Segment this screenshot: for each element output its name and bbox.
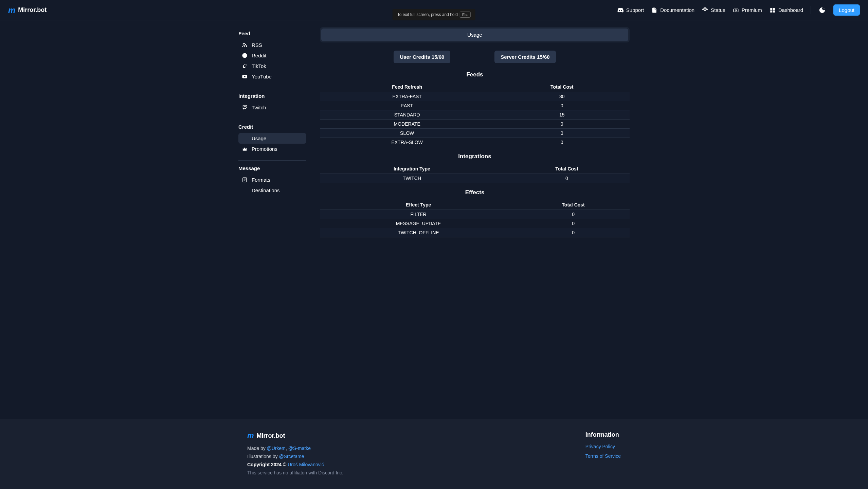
premium-icon — [733, 7, 739, 13]
table-header: Effect Type — [320, 200, 517, 210]
main-container: Feed RSS Reddit TikTok YouTube Integrati… — [230, 20, 638, 419]
table-row: SLOW0 — [320, 129, 630, 138]
data-table: Integration TypeTotal CostTWITCH0 — [320, 164, 630, 183]
header-brand[interactable]: m Mirror.bot — [8, 5, 47, 15]
youtube-icon — [242, 74, 248, 79]
dashboard-icon — [770, 7, 776, 13]
sidebar: Feed RSS Reddit TikTok YouTube Integrati… — [238, 27, 306, 405]
fullscreen-banner: To exit full screen, press and hold Esc — [393, 9, 475, 20]
destinations-icon — [242, 187, 248, 193]
table-row: STANDARD15 — [320, 110, 630, 120]
table-header: Total Cost — [494, 82, 630, 92]
table-row: TWITCH_OFFLINE0 — [320, 228, 630, 237]
sidebar-item-formats[interactable]: Formats — [238, 175, 306, 185]
footer-right: Information Privacy Policy Terms of Serv… — [585, 431, 621, 475]
table-row: FILTER0 — [320, 210, 630, 219]
footer-illustrations: Illustrations by @Srcetame — [247, 454, 343, 459]
data-table: Effect TypeTotal CostFILTER0MESSAGE_UPDA… — [320, 200, 630, 237]
footer-left: m Mirror.bot Made by @Urkem, @S-matke Il… — [247, 431, 343, 475]
table-row: EXTRA-SLOW0 — [320, 138, 630, 147]
footer-copyright: Copyright 2024 © Uroš Milovanović — [247, 462, 343, 467]
sidebar-item-usage[interactable]: Usage — [238, 133, 306, 144]
svg-point-10 — [242, 53, 247, 58]
tiktok-icon — [242, 63, 248, 69]
svg-point-7 — [822, 7, 822, 8]
esc-key: Esc — [460, 12, 471, 18]
reddit-icon — [242, 53, 248, 58]
svg-rect-6 — [773, 10, 775, 12]
footer-link-srcetame[interactable]: @Srcetame — [279, 454, 304, 459]
footer-disclaimer: This service has no affiliaton with Disc… — [247, 470, 343, 475]
sidebar-item-promotions[interactable]: Promotions — [238, 144, 306, 154]
table-header: Feed Refresh — [320, 82, 494, 92]
sidebar-item-youtube[interactable]: YouTube — [238, 71, 306, 82]
sidebar-item-rss[interactable]: RSS — [238, 40, 306, 50]
logo-icon: m — [247, 431, 253, 440]
header-nav: Support Documentation Status Premium Das… — [617, 4, 860, 16]
section-title: Feeds — [320, 71, 630, 78]
sidebar-item-tiktok[interactable]: TikTok — [238, 61, 306, 71]
footer-madeby: Made by @Urkem, @S-matke — [247, 446, 343, 451]
svg-rect-3 — [770, 8, 772, 10]
svg-point-0 — [704, 9, 706, 11]
content: Usage User Credits 15/60 Server Credits … — [320, 27, 630, 405]
footer: m Mirror.bot Made by @Urkem, @S-matke Il… — [0, 419, 868, 489]
footer-logo[interactable]: m Mirror.bot — [247, 431, 343, 440]
section-title: Effects — [320, 189, 630, 196]
svg-point-2 — [735, 10, 737, 11]
nav-status[interactable]: Status — [702, 7, 725, 13]
twitch-icon — [242, 105, 248, 110]
nav-support[interactable]: Support — [617, 7, 644, 13]
table-header: Total Cost — [517, 200, 630, 210]
footer-link-urkem[interactable]: @Urkem — [267, 446, 286, 451]
theme-icon — [818, 6, 826, 14]
formats-icon — [242, 177, 248, 183]
sidebar-section-feed: Feed RSS Reddit TikTok YouTube — [238, 31, 306, 82]
theme-toggle[interactable] — [818, 6, 826, 14]
svg-rect-12 — [244, 106, 245, 107]
nav-dashboard[interactable]: Dashboard — [770, 7, 803, 13]
logo-icon: m — [8, 5, 15, 15]
table-row: MESSAGE_UPDATE0 — [320, 219, 630, 228]
nav-divider — [811, 6, 811, 14]
sidebar-item-twitch[interactable]: Twitch — [238, 102, 306, 113]
table-row: MODERATE0 — [320, 120, 630, 129]
sidebar-item-destinations[interactable]: Destinations — [238, 185, 306, 196]
footer-link-tos[interactable]: Terms of Service — [585, 453, 621, 459]
svg-rect-13 — [246, 106, 246, 107]
tab-usage[interactable]: Usage — [321, 29, 628, 41]
nav-premium[interactable]: Premium — [733, 7, 762, 13]
footer-link-smatke[interactable]: @S-matke — [288, 446, 311, 451]
section-title: Integrations — [320, 153, 630, 160]
table-header: Total Cost — [504, 164, 630, 174]
sidebar-section-message: Message Formats Destinations — [238, 165, 306, 196]
table-header: Integration Type — [320, 164, 504, 174]
rss-icon — [242, 42, 248, 48]
signal-icon — [702, 7, 708, 13]
discord-icon — [617, 7, 623, 13]
file-icon — [651, 7, 657, 13]
footer-link-privacy[interactable]: Privacy Policy — [585, 444, 621, 449]
table-row: EXTRA-FAST30 — [320, 92, 630, 101]
sidebar-section-integration: Integration Twitch — [238, 93, 306, 113]
table-row: TWITCH0 — [320, 174, 630, 183]
nav-documentation[interactable]: Documentation — [651, 7, 694, 13]
table-row: FAST0 — [320, 101, 630, 110]
sidebar-item-reddit[interactable]: Reddit — [238, 50, 306, 61]
data-table: Feed RefreshTotal CostEXTRA-FAST30FAST0S… — [320, 82, 630, 147]
svg-rect-1 — [734, 9, 738, 12]
footer-info-title: Information — [585, 431, 621, 438]
server-credits-badge: Server Credits 15/60 — [494, 51, 556, 63]
usage-icon — [242, 135, 248, 141]
user-credits-badge: User Credits 15/60 — [394, 51, 450, 63]
logo-text: Mirror.bot — [18, 6, 47, 14]
tables-container: FeedsFeed RefreshTotal CostEXTRA-FAST30F… — [320, 71, 630, 237]
sidebar-section-credit: Credit Usage Promotions — [238, 124, 306, 154]
svg-point-9 — [825, 10, 825, 11]
svg-rect-5 — [770, 10, 772, 12]
tab-bar: Usage — [320, 27, 630, 42]
crown-icon — [242, 146, 248, 152]
svg-rect-4 — [773, 8, 775, 10]
footer-link-copyright[interactable]: Uroš Milovanović — [288, 462, 324, 467]
logout-button[interactable]: Logout — [833, 4, 860, 16]
